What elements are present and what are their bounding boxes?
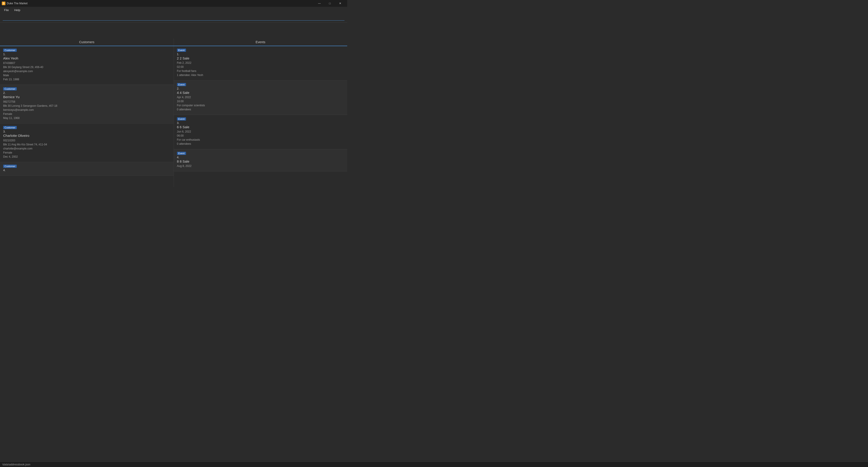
search-input[interactable]	[3, 15, 344, 21]
customer-email-1: alexyeoh@example.com	[3, 69, 170, 73]
event-date-4: Aug 8, 2022	[177, 164, 344, 168]
main-content: Customer 1. Alex Yeoh 87438807 Blk 30 Ge…	[0, 46, 347, 187]
customer-badge-4: Customer	[3, 165, 17, 168]
customer-name-2: Bernice Yu	[3, 95, 170, 99]
customer-number-1: 1.	[3, 53, 170, 56]
event-desc-1: For football fans	[177, 69, 344, 73]
event-detail-3: Jun 6, 2022 06:00 For car enthusiasts 0 …	[177, 129, 344, 146]
title-bar: D Duke The Market — □ ✕	[0, 0, 347, 7]
event-detail-2: Apr 4, 2022 16:00 For computer scientist…	[177, 95, 344, 112]
customer-dob-3: Dec 4, 2002	[3, 155, 170, 159]
event-card-3[interactable]: Event 3. 6 6 Sale Jun 6, 2022 06:00 For …	[174, 115, 347, 149]
app-title: Duke The Market	[7, 2, 28, 5]
event-badge-4: Event	[177, 152, 186, 155]
customer-detail-3: 93210283 Blk 11 Ang Mo Kio Street 74, #1…	[3, 138, 170, 159]
event-number-2: 2.	[177, 87, 344, 90]
event-time-1: 02:00	[177, 65, 344, 69]
event-attendees-2: 0 attendees	[177, 108, 344, 112]
customer-badge-3: Customer	[3, 126, 17, 129]
customer-number-3: 3.	[3, 130, 170, 133]
event-name-3: 6 6 Sale	[177, 125, 344, 129]
customer-address-1: Blk 30 Geylang Street 29, #06-40	[3, 65, 170, 69]
event-detail-1: Feb 2, 2022 02:00 For football fans 1 at…	[177, 61, 344, 77]
customer-dob-1: Feb 13, 1988	[3, 77, 170, 81]
customer-badge-1: Customer	[3, 49, 17, 52]
events-column-header: Events	[174, 38, 347, 46]
event-number-1: 1.	[177, 53, 344, 56]
event-name-2: 4 4 Sale	[177, 91, 344, 94]
top-area	[0, 23, 347, 38]
title-bar-left: D Duke The Market	[2, 2, 28, 5]
event-card-4[interactable]: Event 4. 8 8 Sale Aug 8, 2022	[174, 149, 347, 171]
event-date-2: Apr 4, 2022	[177, 95, 344, 99]
events-column[interactable]: Event 1. 2 2 Sale Feb 2, 2022 02:00 For …	[174, 46, 347, 187]
customer-name-3: Charlotte Oliveiro	[3, 134, 170, 138]
customers-column-header: Customers	[0, 38, 174, 46]
menu-bar: File Help	[0, 7, 347, 13]
window-controls: — □ ✕	[314, 0, 345, 7]
customer-card-1[interactable]: Customer 1. Alex Yeoh 87438807 Blk 30 Ge…	[0, 46, 174, 85]
search-bar-container	[0, 13, 347, 23]
event-badge-2: Event	[177, 83, 186, 86]
event-badge-3: Event	[177, 117, 186, 120]
column-headers: Customers Events	[0, 38, 347, 46]
customer-card-2[interactable]: Customer 2. Bernice Yu 99272758 Blk 30 L…	[0, 85, 174, 123]
customer-address-2: Blk 30 Lorong 3 Serangoon Gardens, #07-1…	[3, 104, 170, 108]
event-name-4: 8 8 Sale	[177, 159, 344, 163]
close-button[interactable]: ✕	[335, 0, 345, 7]
event-card-2[interactable]: Event 2. 4 4 Sale Apr 4, 2022 16:00 For …	[174, 81, 347, 115]
customer-gender-1: Male	[3, 73, 170, 77]
event-name-1: 2 2 Sale	[177, 56, 344, 60]
customer-name-1: Alex Yeoh	[3, 56, 170, 60]
event-date-3: Jun 6, 2022	[177, 129, 344, 134]
customer-badge-2: Customer	[3, 87, 17, 90]
event-detail-4: Aug 8, 2022	[177, 164, 344, 168]
event-card-1[interactable]: Event 1. 2 2 Sale Feb 2, 2022 02:00 For …	[174, 46, 347, 81]
customer-phone-1: 87438807	[3, 61, 170, 65]
event-number-3: 3.	[177, 121, 344, 125]
customer-email-3: charlotte@example.com	[3, 147, 170, 151]
customer-number-2: 2.	[3, 91, 170, 94]
event-badge-1: Event	[177, 49, 186, 52]
menu-file[interactable]: File	[2, 7, 11, 13]
event-time-2: 16:00	[177, 99, 344, 104]
customer-detail-1: 87438807 Blk 30 Geylang Street 29, #06-4…	[3, 61, 170, 81]
event-attendees-1: 1 attendee: Alex Yeoh	[177, 73, 344, 77]
menu-help[interactable]: Help	[12, 7, 23, 13]
customer-gender-3: Female	[3, 151, 170, 155]
customer-phone-2: 99272758	[3, 100, 170, 104]
event-desc-3: For car enthusiasts	[177, 138, 344, 142]
customer-phone-3: 93210283	[3, 138, 170, 143]
minimize-button[interactable]: —	[314, 0, 324, 7]
customer-card-3[interactable]: Customer 3. Charlotte Oliveiro 93210283 …	[0, 123, 174, 162]
customer-address-3: Blk 11 Ang Mo Kio Street 74, #11-04	[3, 143, 170, 147]
event-time-3: 06:00	[177, 134, 344, 138]
event-desc-2: For computer scientists	[177, 104, 344, 108]
customer-number-4: 4.	[3, 169, 170, 172]
app-icon: D	[2, 2, 5, 5]
customer-gender-2: Female	[3, 112, 170, 116]
customers-column[interactable]: Customer 1. Alex Yeoh 87438807 Blk 30 Ge…	[0, 46, 174, 187]
event-attendees-3: 0 attendees	[177, 142, 344, 146]
event-number-4: 4.	[177, 155, 344, 159]
customer-detail-2: 99272758 Blk 30 Lorong 3 Serangoon Garde…	[3, 100, 170, 120]
customer-dob-2: May 11, 1968	[3, 116, 170, 120]
customer-email-2: berniceyu@example.com	[3, 108, 170, 112]
maximize-button[interactable]: □	[324, 0, 335, 7]
customer-card-4[interactable]: Customer 4.	[0, 162, 174, 176]
event-date-1: Feb 2, 2022	[177, 61, 344, 65]
